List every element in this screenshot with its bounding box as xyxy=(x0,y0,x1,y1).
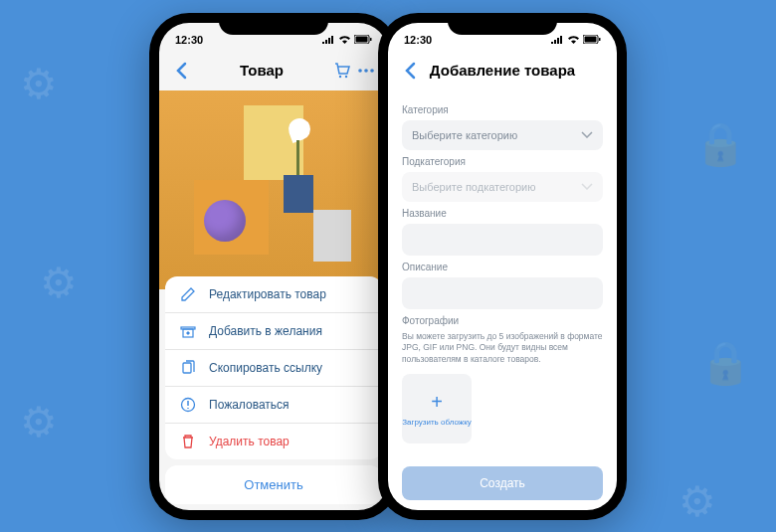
copy-icon xyxy=(179,360,197,376)
action-wishlist[interactable]: Добавить в желания xyxy=(165,313,382,350)
description-input[interactable] xyxy=(402,277,603,309)
header: Товар xyxy=(159,51,388,90)
subcategory-label: Подкатегория xyxy=(402,156,603,167)
product-image xyxy=(159,90,388,289)
category-label: Категория xyxy=(402,104,603,115)
status-icons xyxy=(321,35,372,44)
name-label: Название xyxy=(402,208,603,219)
name-input[interactable] xyxy=(402,224,603,256)
add-product-form: Категория Выберите категорию Подкатегори… xyxy=(388,90,617,452)
action-label: Добавить в желания xyxy=(209,324,322,338)
action-label: Удалить товар xyxy=(209,435,290,448)
phone-frame-right: 12:30 Добавление товара Категория Выбери… xyxy=(378,13,627,520)
svg-rect-2 xyxy=(370,38,372,41)
action-sheet: Редактировать товар Добавить в желания С… xyxy=(159,270,388,510)
action-edit[interactable]: Редактировать товар xyxy=(165,276,382,313)
page-title: Товар xyxy=(191,62,332,79)
create-label: Создать xyxy=(480,476,525,490)
status-icons xyxy=(550,35,601,44)
subcategory-select: Выберите подкатегорию xyxy=(402,172,603,202)
action-copy[interactable]: Скопировать ссылку xyxy=(165,350,382,387)
chevron-down-icon xyxy=(581,131,593,138)
cart-icon[interactable] xyxy=(332,62,352,80)
description-label: Описание xyxy=(402,262,603,272)
back-icon[interactable] xyxy=(400,62,420,80)
back-icon[interactable] xyxy=(171,62,191,80)
svg-point-5 xyxy=(358,69,362,73)
subcategory-placeholder: Выберите подкатегорию xyxy=(412,181,536,193)
svg-rect-1 xyxy=(356,37,368,43)
phone-notch xyxy=(219,13,328,35)
trash-icon xyxy=(179,434,197,449)
category-select[interactable]: Выберите категорию xyxy=(402,120,603,150)
wishlist-icon xyxy=(179,323,197,339)
svg-rect-14 xyxy=(599,38,601,41)
svg-point-7 xyxy=(370,69,374,73)
more-icon[interactable] xyxy=(356,69,376,73)
category-placeholder: Выберите категорию xyxy=(412,129,517,141)
action-label: Редактировать товар xyxy=(209,287,326,301)
photos-hint: Вы можете загрузить до 5 изображений в ф… xyxy=(402,331,603,367)
create-button[interactable]: Создать xyxy=(402,466,603,500)
svg-point-4 xyxy=(345,75,347,77)
action-cancel[interactable]: Отменить xyxy=(165,465,382,504)
plus-icon: + xyxy=(431,391,443,414)
phone-frame-left: 12:30 Товар xyxy=(149,13,398,520)
svg-rect-10 xyxy=(183,363,191,373)
phone-notch xyxy=(448,13,557,35)
action-label: Скопировать ссылку xyxy=(209,361,322,375)
page-title: Добавление товара xyxy=(420,62,585,79)
svg-point-3 xyxy=(339,75,341,77)
upload-cover-button[interactable]: + Загрузить обложку xyxy=(402,374,472,443)
report-icon xyxy=(179,397,197,413)
svg-rect-13 xyxy=(585,37,597,43)
pencil-icon xyxy=(179,286,197,302)
status-time: 12:30 xyxy=(175,34,203,46)
status-time: 12:30 xyxy=(404,34,432,46)
cancel-label: Отменить xyxy=(244,477,302,492)
header: Добавление товара xyxy=(388,51,617,90)
action-label: Пожаловаться xyxy=(209,398,290,412)
photos-label: Фотографии xyxy=(402,315,603,326)
upload-label: Загрузить обложку xyxy=(402,418,471,428)
action-delete[interactable]: Удалить товар xyxy=(165,424,382,459)
svg-point-6 xyxy=(364,69,368,73)
action-report[interactable]: Пожаловаться xyxy=(165,387,382,424)
chevron-down-icon xyxy=(581,183,593,190)
